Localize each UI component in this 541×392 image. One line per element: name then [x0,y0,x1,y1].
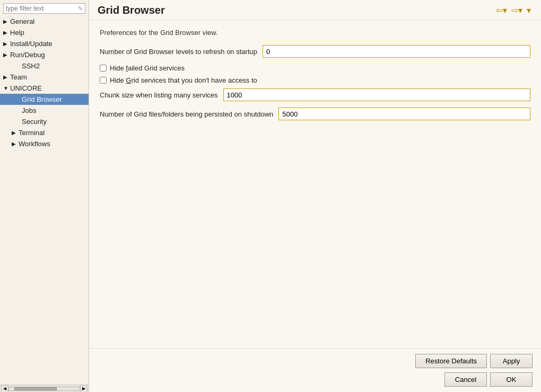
sidebar-item-label: Grid Browser [22,95,62,103]
filter-input[interactable] [6,5,78,12]
arrow-icon: ▶ [3,74,8,80]
arrow-icon: ▶ [12,130,17,136]
content-body: Preferences for the Grid Browser view. N… [89,20,541,348]
sidebar-item-grid-browser[interactable]: Grid Browser [0,94,89,105]
sidebar-item-ssh2[interactable]: SSH2 [0,60,89,72]
persist-count-row: Number of Grid files/folders being persi… [100,108,530,120]
pref-description: Preferences for the Grid Browser view. [100,29,530,37]
refresh-levels-label: Number of Grid Browser levels to refresh… [100,48,257,56]
arrow-icon: ▶ [12,141,17,147]
filter-box[interactable]: ✎ [3,3,85,14]
sidebar-item-security[interactable]: Security [0,116,89,127]
chunk-size-row: Chunk size when listing many services [100,88,530,101]
sidebar-item-label: Team [10,73,27,81]
sidebar-item-terminal[interactable]: ▶ Terminal [0,127,89,138]
sidebar-item-general[interactable]: ▶ General [0,16,89,27]
sidebar-item-label: SSH2 [22,62,40,70]
sidebar-item-team[interactable]: ▶ Team [0,72,89,83]
sidebar-tree: ▶ General ▶ Help ▶ Install/Update ▶ Run/… [0,16,89,385]
arrow-icon: ▶ [3,30,8,35]
persist-count-label: Number of Grid files/folders being persi… [100,110,273,118]
footer-row-1: Restore Defaults Apply [98,354,533,368]
nav-buttons: ⇦▾ ⇨▾ ▾ [494,4,533,16]
sidebar-item-label: Security [22,118,47,126]
sidebar-item-workflows[interactable]: ▶ Workflows [0,138,89,149]
sidebar-item-help[interactable]: ▶ Help [0,27,89,38]
cancel-button[interactable]: Cancel [444,372,487,387]
refresh-levels-row: Number of Grid Browser levels to refresh… [100,45,530,58]
sidebar-item-label: Help [10,29,24,37]
ok-button[interactable]: OK [490,372,533,387]
sidebar-item-label: General [10,17,34,25]
chunk-size-input[interactable] [223,88,530,101]
scroll-right-button[interactable]: ▶ [80,385,88,393]
nav-menu-button[interactable]: ▾ [525,4,533,16]
sidebar-item-unicore[interactable]: ▼ UNICORE [0,83,89,94]
restore-defaults-button[interactable]: Restore Defaults [415,354,487,368]
sidebar-item-jobs[interactable]: Jobs [0,105,89,116]
hide-failed-label[interactable]: Hide failed Grid services [110,64,185,72]
sidebar-scrollbar[interactable]: ◀ ▶ [0,385,89,392]
sidebar-item-install-update[interactable]: ▶ Install/Update [0,38,89,49]
hide-failed-checkbox[interactable] [100,65,107,72]
sidebar-item-label: UNICORE [10,84,42,92]
hide-failed-row: Hide failed Grid services [100,64,530,72]
content-panel: Grid Browser ⇦▾ ⇨▾ ▾ Preferences for the… [89,0,541,392]
scroll-thumb[interactable] [14,387,57,390]
footer-row-2: Cancel OK [98,372,533,387]
sidebar-item-label: Install/Update [10,40,53,48]
hide-no-access-row: Hide Grid services that you don't have a… [100,76,530,84]
hide-no-access-label[interactable]: Hide Grid services that you don't have a… [110,76,257,84]
nav-back-button[interactable]: ⇦▾ [494,4,509,16]
scroll-left-button[interactable]: ◀ [1,385,8,393]
sidebar-item-label: Workflows [19,140,50,148]
arrow-right-icon: ⇨▾ [511,5,522,15]
sidebar-item-label: Terminal [19,129,45,137]
sidebar-item-label: Run/Debug [10,51,45,59]
scroll-track[interactable] [8,387,80,391]
sidebar: ✎ ▶ General ▶ Help ▶ Install/Update ▶ Ru… [0,0,89,392]
sidebar-item-label: Jobs [22,106,36,114]
chevron-down-icon: ▾ [527,5,531,15]
content-footer: Restore Defaults Apply Cancel OK [89,348,541,392]
arrow-icon: ▶ [3,52,8,58]
hide-no-access-checkbox[interactable] [100,77,107,84]
arrow-icon: ▼ [3,85,8,91]
arrow-icon: ▶ [3,41,8,47]
arrow-left-icon: ⇦▾ [496,5,507,15]
refresh-levels-input[interactable] [263,45,530,58]
content-header: Grid Browser ⇦▾ ⇨▾ ▾ [89,0,541,20]
main-container: ✎ ▶ General ▶ Help ▶ Install/Update ▶ Ru… [0,0,541,392]
chunk-size-label: Chunk size when listing many services [100,91,218,99]
sidebar-item-run-debug[interactable]: ▶ Run/Debug [0,49,89,60]
filter-icon: ✎ [78,5,83,12]
persist-count-input[interactable] [278,108,530,120]
arrow-icon: ▶ [3,19,8,24]
page-title: Grid Browser [98,4,165,16]
nav-forward-button[interactable]: ⇨▾ [510,4,524,16]
apply-button[interactable]: Apply [490,354,533,368]
